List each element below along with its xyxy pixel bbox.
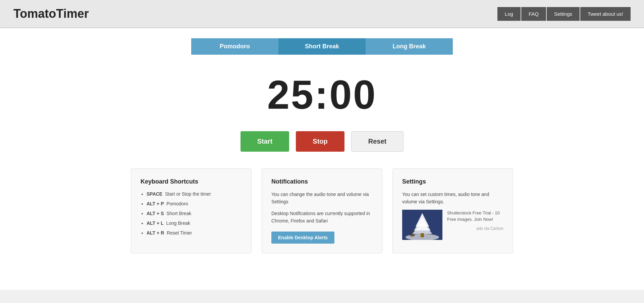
shortcuts-title: Keyboard Shortcuts [141, 178, 242, 185]
shortcut-key-alt-p: ALT + P [147, 201, 164, 206]
main-content: Pomodoro Short Break Long Break 25:00 St… [0, 28, 644, 290]
ad-area: Shutterstock Free Trial - 10 Free Images… [402, 210, 503, 240]
shortcut-item-alt-r: ALT + R Reset Timer [147, 230, 242, 237]
info-cards: Keyboard Shortcuts SPACE Start or Stop t… [0, 165, 644, 257]
ad-image [402, 210, 442, 240]
shortcut-key-alt-r: ALT + R [147, 230, 164, 236]
shortcut-desc-space: Start or Stop the timer [165, 191, 211, 197]
timer-tabs: Pomodoro Short Break Long Break [0, 28, 644, 58]
header: TomatoTimer Log FAQ Settings Tweet about… [0, 0, 644, 28]
settings-card: Settings You can set custom times, audio… [392, 168, 513, 253]
tab-long-break[interactable]: Long Break [366, 38, 453, 55]
shortcut-key-space: SPACE [147, 191, 162, 197]
timer-buttons: Start Stop Reset [0, 124, 644, 165]
notifications-card: Notifications You can change the audio t… [262, 168, 382, 253]
notifications-text1: You can change the audio tone and volume… [271, 191, 373, 206]
shortcut-item-alt-p: ALT + P Pomodoro [147, 200, 242, 207]
settings-card-title: Settings [402, 178, 503, 185]
tweet-button[interactable]: Tweet about us! [580, 7, 631, 21]
stop-button[interactable]: Stop [296, 131, 344, 152]
enable-alerts-button[interactable]: Enable Desktop Alerts [271, 232, 334, 244]
ad-svg [402, 210, 442, 240]
reset-button[interactable]: Reset [351, 131, 404, 152]
start-button[interactable]: Start [240, 131, 289, 152]
settings-button[interactable]: Settings [547, 7, 580, 21]
settings-text: You can set custom times, audio tone and… [402, 191, 503, 206]
svg-point-6 [410, 234, 415, 237]
app-title: TomatoTimer [13, 7, 89, 21]
notifications-text2: Desktop Notifications are currently supp… [271, 210, 373, 225]
shortcuts-card: Keyboard Shortcuts SPACE Start or Stop t… [131, 168, 252, 253]
shortcut-item-alt-l: ALT + L Long Break [147, 220, 242, 227]
shortcut-key-alt-s: ALT + S [147, 211, 164, 216]
svg-rect-5 [421, 233, 424, 237]
faq-button[interactable]: FAQ [521, 7, 546, 21]
shortcut-desc-alt-r: Reset Timer [167, 230, 192, 236]
shortcut-item-alt-s: ALT + S Short Break [147, 210, 242, 217]
timer-text: 25:00 [267, 72, 377, 117]
timer-display: 25:00 [0, 58, 644, 124]
ad-text-area: Shutterstock Free Trial - 10 Free Images… [447, 210, 503, 231]
shortcut-desc-alt-p: Pomodoro [166, 201, 188, 206]
shortcut-desc-alt-s: Short Break [166, 211, 191, 216]
ads-via-text: ads via Carbon [447, 226, 503, 231]
tab-pomodoro[interactable]: Pomodoro [191, 38, 278, 55]
shortcut-key-alt-l: ALT + L [147, 220, 164, 226]
notifications-title: Notifications [271, 178, 373, 185]
log-button[interactable]: Log [497, 7, 521, 21]
shortcut-desc-alt-l: Long Break [166, 220, 190, 226]
shortcut-item-space: SPACE Start or Stop the timer [147, 191, 242, 198]
ad-text: Shutterstock Free Trial - 10 Free Images… [447, 210, 503, 223]
header-nav: Log FAQ Settings Tweet about us! [497, 7, 631, 21]
tab-short-break[interactable]: Short Break [278, 38, 366, 55]
shortcuts-list: SPACE Start or Stop the timer ALT + P Po… [141, 191, 242, 237]
